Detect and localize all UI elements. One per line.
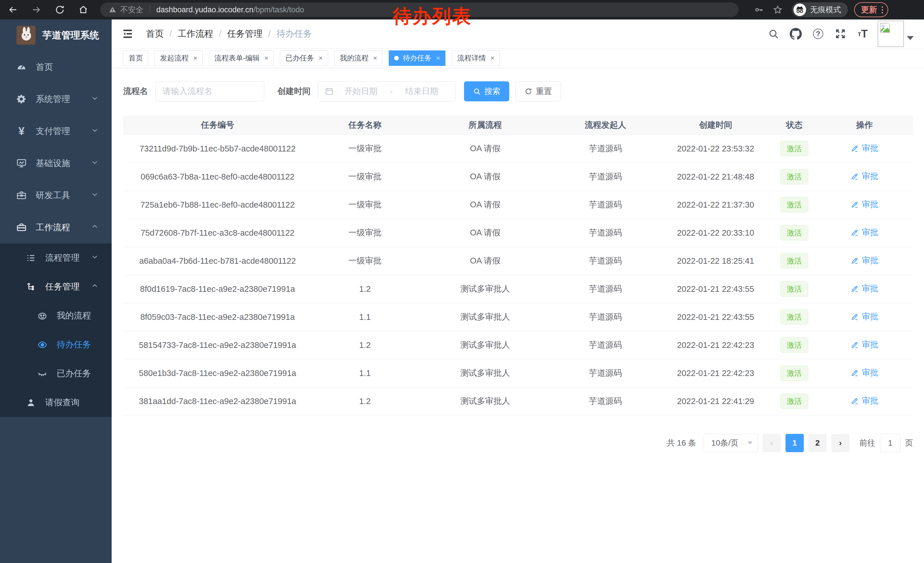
status-cell: 激活 xyxy=(773,135,816,163)
browser-reload-icon[interactable] xyxy=(54,4,65,15)
sidebar-collapse-icon[interactable] xyxy=(122,27,134,40)
tab[interactable]: 我的流程 × xyxy=(334,50,382,66)
password-key-icon[interactable] xyxy=(753,4,764,15)
breadcrumb-home[interactable]: 首页 xyxy=(146,28,164,40)
browser-back-icon[interactable] xyxy=(8,4,18,15)
bookmark-star-icon[interactable] xyxy=(772,4,783,15)
sidebar-item-dev[interactable]: 研发工具 xyxy=(0,179,112,211)
not-secure-warning-icon xyxy=(108,6,117,14)
approve-link[interactable]: 审批 xyxy=(850,143,879,154)
goto-page-input[interactable] xyxy=(880,434,900,452)
created-cell: 2022-01-22 20:33:10 xyxy=(658,219,773,247)
security-label: 不安全 xyxy=(120,5,143,15)
tab[interactable]: 流程详情 × xyxy=(452,50,500,66)
tags-view: 首页 × 发起流程 × 流程表单-编辑 × 已办任务 × 我的流程 × 待办任务 xyxy=(112,48,924,68)
starter-cell: 芋道源码 xyxy=(552,219,658,247)
table-row: 725a1eb6-7b88-11ec-8ef0-acde48001122 一级审… xyxy=(123,191,913,219)
page-size-select[interactable]: 10条/页 xyxy=(704,434,758,452)
starter-cell: 芋道源码 xyxy=(552,247,658,275)
approve-link[interactable]: 审批 xyxy=(850,367,879,378)
sidebar-item-bpm[interactable]: 工作流程 xyxy=(0,211,112,243)
process-cell: 测试多审批人 xyxy=(418,303,552,331)
sidebar-item-infra[interactable]: 基础设施 xyxy=(0,147,112,179)
page-button-1[interactable]: 1 xyxy=(786,434,804,452)
approve-link[interactable]: 审批 xyxy=(850,199,879,210)
tab-label: 待办任务 xyxy=(403,53,431,63)
starter-cell: 芋道源码 xyxy=(552,359,658,387)
approve-link[interactable]: 审批 xyxy=(850,171,879,182)
refresh-icon xyxy=(524,87,532,95)
reset-button[interactable]: 重置 xyxy=(516,81,561,101)
created-cell: 2022-01-21 22:42:23 xyxy=(658,359,773,387)
status-badge: 激活 xyxy=(780,281,808,297)
tab[interactable]: 已办任务 × xyxy=(280,50,328,66)
sidebar-item-done-task[interactable]: 已办任务 xyxy=(0,359,112,388)
process-cell: 测试多审批人 xyxy=(418,331,552,359)
approve-link[interactable]: 审批 xyxy=(850,395,879,407)
page-button-2[interactable]: 2 xyxy=(808,434,826,452)
font-size-icon[interactable]: тT xyxy=(855,26,870,41)
status-badge: 激活 xyxy=(780,253,808,269)
created-cell: 2022-01-22 21:37:30 xyxy=(658,191,773,219)
process-name-input[interactable]: 请输入流程名 xyxy=(155,81,264,101)
sidebar-item-task-manage[interactable]: 任务管理 xyxy=(0,272,112,301)
edit-pencil-icon xyxy=(850,341,859,349)
sidebar-item-home[interactable]: 首页 xyxy=(0,51,112,83)
tab-close-icon[interactable]: × xyxy=(436,54,440,62)
help-icon[interactable]: ? xyxy=(811,26,825,41)
tab[interactable]: 流程表单-编辑 × xyxy=(209,50,274,66)
search-button[interactable]: 搜索 xyxy=(464,81,509,101)
breadcrumb-task[interactable]: 任务管理 xyxy=(227,28,262,40)
tab[interactable]: 首页 × xyxy=(123,50,148,66)
created-cell: 2022-01-22 23:53:32 xyxy=(658,135,773,163)
tab[interactable]: 发起流程 × xyxy=(154,50,202,66)
status-cell: 激活 xyxy=(773,387,816,415)
github-icon[interactable] xyxy=(788,26,803,41)
edit-pencil-icon xyxy=(850,284,859,293)
fullscreen-icon[interactable] xyxy=(833,26,848,41)
approve-link[interactable]: 审批 xyxy=(850,255,879,266)
tab-close-icon[interactable]: × xyxy=(193,54,197,62)
browser-forward-icon[interactable] xyxy=(31,4,42,15)
created-cell: 2022-01-21 22:43:55 xyxy=(658,275,773,303)
col-task-id: 任务编号 xyxy=(123,116,312,135)
chevron-down-icon xyxy=(90,158,99,169)
next-page-button[interactable]: › xyxy=(831,434,850,452)
sidebar-item-pay[interactable]: ¥ 支付管理 xyxy=(0,115,112,147)
edit-pencil-icon xyxy=(850,256,859,265)
tab-close-icon[interactable]: × xyxy=(373,54,377,62)
prev-page-button[interactable]: ‹ xyxy=(762,434,781,452)
sidebar-item-process-manage[interactable]: 流程管理 xyxy=(0,243,112,272)
tab-close-icon[interactable]: × xyxy=(264,54,268,62)
avatar-dropdown-icon[interactable] xyxy=(907,36,914,40)
status-badge: 激活 xyxy=(780,365,808,381)
browser-menu-icon[interactable] xyxy=(882,6,883,14)
action-cell: 审批 xyxy=(816,191,913,219)
search-icon[interactable] xyxy=(766,26,781,41)
approve-link[interactable]: 审批 xyxy=(850,339,879,350)
bpm-submenu: 流程管理 任务管理 我的流程 待办任务 xyxy=(0,243,112,417)
tab[interactable]: 待办任务 × xyxy=(389,50,446,66)
status-badge: 激活 xyxy=(780,141,808,156)
breadcrumb-bpm[interactable]: 工作流程 xyxy=(178,28,213,40)
status-badge: 激活 xyxy=(780,225,808,240)
sidebar-item-leave-query[interactable]: 请假查询 xyxy=(0,388,112,417)
status-badge: 激活 xyxy=(780,337,808,353)
tab-close-icon[interactable]: × xyxy=(319,54,322,62)
omnibox-divider xyxy=(150,6,150,14)
approve-link[interactable]: 审批 xyxy=(850,283,879,294)
approve-link[interactable]: 审批 xyxy=(850,227,879,238)
tab-close-icon[interactable]: × xyxy=(490,54,494,62)
sidebar-item-system[interactable]: 系统管理 xyxy=(0,83,112,115)
sidebar-item-todo-task[interactable]: 待办任务 xyxy=(0,330,112,359)
breadcrumb: 首页 / 工作流程 / 任务管理 / 待办任务 xyxy=(146,28,312,40)
avatar[interactable] xyxy=(878,21,904,47)
chrome-update-button[interactable]: 更新 xyxy=(854,2,888,17)
browser-home-icon[interactable] xyxy=(78,4,89,15)
action-cell: 审批 xyxy=(816,247,913,275)
sidebar-item-my-process[interactable]: 我的流程 xyxy=(0,301,112,330)
app-title: 芋道管理系统 xyxy=(42,29,99,42)
approve-link[interactable]: 审批 xyxy=(850,311,879,323)
app-logo[interactable]: 芋道管理系统 xyxy=(0,20,112,51)
date-range-input[interactable]: 开始日期 - 结束日期 xyxy=(318,81,455,101)
